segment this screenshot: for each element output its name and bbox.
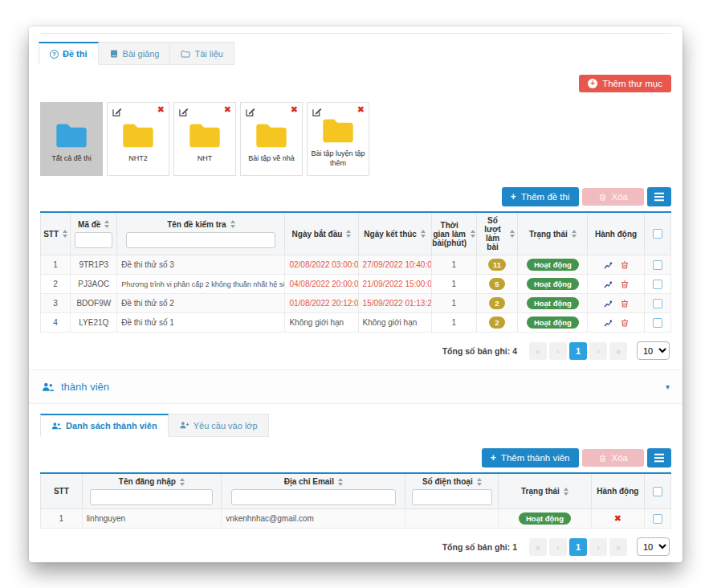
trash-icon[interactable] <box>620 299 630 308</box>
stats-icon[interactable] <box>603 260 613 270</box>
folder-card[interactable]: ✖ NHT <box>173 102 236 176</box>
folder-card[interactable]: ✖ Bài tập về nhà <box>240 102 303 176</box>
next-page-button[interactable]: › <box>589 538 607 556</box>
edit-icon[interactable] <box>178 106 189 120</box>
trash-icon[interactable] <box>620 318 630 328</box>
name-cell: Đề thi thử số 1 <box>117 313 285 333</box>
exam-row: 3 BDOF9W Đề thi thử số 2 01/08/2022 20:1… <box>41 294 671 313</box>
row-checkbox[interactable] <box>653 280 662 289</box>
tab-member-list[interactable]: Danh sách thành viên <box>40 414 169 437</box>
filter-username-input[interactable] <box>90 489 213 505</box>
delete-exams-button[interactable]: Xóa <box>582 188 644 206</box>
folder-card-all[interactable]: Tất cả đề thi <box>40 102 103 176</box>
filter-phone-input[interactable] <box>412 489 492 505</box>
folder-card[interactable]: ✖ Bài tập luyện tập thêm <box>307 102 369 176</box>
filter-code-input[interactable] <box>75 232 112 248</box>
header-attempts[interactable]: Số lượt làm bài <box>476 212 518 255</box>
delete-members-label: Xóa <box>612 453 628 463</box>
next-page-button[interactable]: › <box>589 342 607 360</box>
folder-label: Bài tập luyện tập thêm <box>310 149 366 168</box>
first-page-button[interactable]: « <box>529 342 547 360</box>
header-status[interactable]: Trạng thái <box>499 473 592 509</box>
delete-members-button[interactable]: Xóa <box>582 449 644 467</box>
last-page-button[interactable]: » <box>609 538 627 556</box>
header-actions: Hành động <box>591 473 644 509</box>
select-all-checkbox[interactable] <box>653 229 662 239</box>
page-button[interactable]: 1 <box>569 538 587 556</box>
header-start[interactable]: Ngày bắt đầu <box>285 212 358 255</box>
code-cell: PJ3AOC <box>71 275 117 294</box>
header-email[interactable]: Địa chỉ Email <box>222 473 405 509</box>
folder-yellow-icon <box>321 116 355 144</box>
tab-documents[interactable]: Tài liệu <box>170 42 234 65</box>
add-folder-button[interactable]: + Thêm thư mục <box>579 75 671 92</box>
stats-icon[interactable] <box>603 299 613 308</box>
filter-email-input[interactable] <box>231 489 396 505</box>
code-cell: LYE21Q <box>71 313 117 333</box>
list-icon <box>654 453 665 463</box>
members-pagination: Tổng số bản ghi: 1 « ‹ 1 › » 10 <box>40 529 671 566</box>
folder-card[interactable]: ✖ NHT2 <box>107 102 169 176</box>
chevron-down-icon[interactable]: ▾ <box>666 382 670 391</box>
add-exam-button[interactable]: + Thêm đề thi <box>502 187 579 206</box>
row-checkbox[interactable] <box>653 260 662 270</box>
remove-member-icon[interactable]: ✖ <box>614 513 621 523</box>
members-section-header[interactable]: thành viên ▾ <box>29 370 683 404</box>
header-phone[interactable]: Số điện thoại <box>405 473 499 509</box>
start-cell: 01/08/2022 20:12:00 <box>285 294 358 313</box>
exam-table: STT Mã đề Tên đề kiểm tra Ngày bắt đầu N… <box>40 211 671 333</box>
close-icon[interactable]: ✖ <box>291 104 298 115</box>
end-cell: 15/09/2022 01:13:27 <box>358 294 431 313</box>
start-cell: Không giới hạn <box>285 313 358 333</box>
close-icon[interactable]: ✖ <box>157 104 165 115</box>
members-table: STT Tên đăng nhập Địa chỉ Email Số điện … <box>40 472 671 529</box>
code-cell: 9TR1P3 <box>71 255 117 275</box>
list-view-button[interactable] <box>647 187 671 206</box>
header-status[interactable]: Trạng thái <box>518 212 588 255</box>
header-stt[interactable]: STT <box>41 212 71 255</box>
stt-cell: 4 <box>41 313 71 333</box>
trash-icon[interactable] <box>620 260 630 270</box>
header-username[interactable]: Tên đăng nhập <box>82 473 222 509</box>
header-name[interactable]: Tên đề kiểm tra <box>117 212 285 255</box>
total-records-label: Tổng số bản ghi: 4 <box>442 346 517 356</box>
sort-icon <box>338 478 343 486</box>
edit-icon[interactable] <box>312 106 322 120</box>
edit-icon[interactable] <box>112 106 122 120</box>
first-page-button[interactable]: « <box>529 538 547 556</box>
sort-icon <box>572 230 577 238</box>
tab-join-requests[interactable]: Yêu cầu vào lớp <box>169 414 269 437</box>
plus-icon: + <box>511 191 516 202</box>
status-badge: Hoạt động <box>527 297 579 309</box>
select-all-checkbox[interactable] <box>653 487 662 496</box>
page-button[interactable]: 1 <box>569 342 587 360</box>
header-actions: Hành động <box>588 212 644 255</box>
close-icon[interactable]: ✖ <box>357 104 365 115</box>
close-icon[interactable]: ✖ <box>224 104 231 115</box>
header-stt: STT <box>41 473 83 509</box>
row-checkbox[interactable] <box>653 299 662 308</box>
list-icon <box>654 192 665 202</box>
trash-icon[interactable] <box>620 280 630 289</box>
list-view-button[interactable] <box>647 448 671 468</box>
stats-icon[interactable] <box>603 280 613 289</box>
tab-exams[interactable]: ? Đề thi <box>39 42 99 65</box>
row-checkbox[interactable] <box>653 514 662 524</box>
page-size-select[interactable]: 10 <box>637 341 670 360</box>
row-checkbox[interactable] <box>653 318 662 328</box>
prev-page-button[interactable]: ‹ <box>549 342 567 360</box>
folder-label: Bài tập về nhà <box>248 154 295 164</box>
prev-page-button[interactable]: ‹ <box>549 538 567 556</box>
stats-icon[interactable] <box>603 318 613 328</box>
page-size-select[interactable]: 10 <box>637 537 670 556</box>
edit-icon[interactable] <box>245 106 255 120</box>
header-code[interactable]: Mã đề <box>71 212 117 255</box>
attempts-badge: 5 <box>489 278 505 290</box>
header-end[interactable]: Ngày kết thúc <box>358 212 431 255</box>
status-badge: Hoạt động <box>527 316 579 329</box>
last-page-button[interactable]: » <box>609 342 627 360</box>
add-member-button[interactable]: + Thêm thành viên <box>482 448 579 468</box>
tab-lectures[interactable]: Bài giảng <box>99 42 171 65</box>
filter-name-input[interactable] <box>126 232 275 248</box>
header-duration[interactable]: Thời gian làm bài(phút) <box>431 212 476 255</box>
